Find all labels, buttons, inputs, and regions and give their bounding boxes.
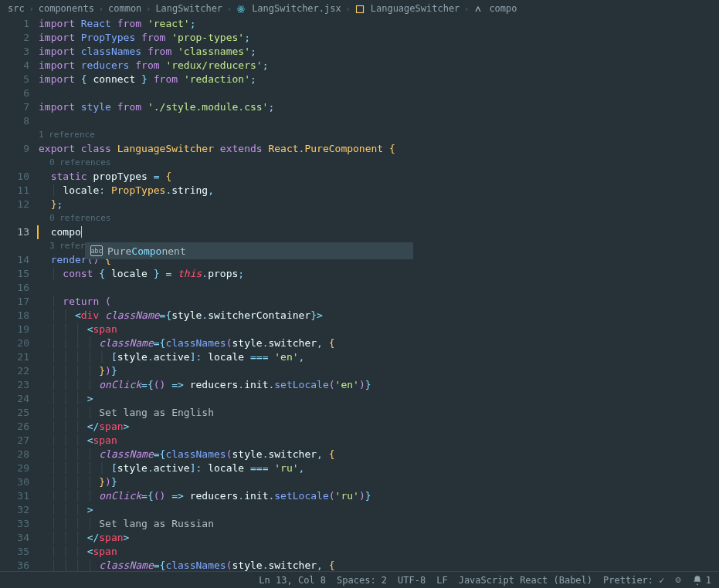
code-line[interactable]: import classNames from 'classnames'; (39, 45, 719, 59)
suggestion-item[interactable]: abc PureComponent (86, 243, 412, 259)
line-number: 1 (0, 17, 29, 31)
chevron-right-icon: › (146, 5, 151, 13)
code-line[interactable]: │ const { locale } = this.props; (39, 267, 719, 281)
breadcrumb-item[interactable]: components (39, 3, 94, 14)
code-line[interactable]: │ │ │ <span (39, 323, 719, 336)
code-line[interactable]: compo (39, 225, 719, 239)
bell-icon (692, 575, 703, 586)
line-number: 18 (0, 309, 29, 323)
code-line[interactable]: }; (39, 198, 719, 211)
code-line[interactable]: │ │ │ │ className={classNames(style.swit… (39, 448, 719, 461)
chevron-right-icon: › (464, 5, 469, 13)
editor-area[interactable]: 1234567891011121314151617181920212223242… (0, 17, 719, 571)
line-number: 12 (0, 198, 29, 211)
suggestion-match: Compo (131, 245, 161, 257)
code-line[interactable]: │ │ │ │ onClick={() => reducers.init.set… (39, 378, 719, 392)
line-number: 17 (0, 295, 29, 309)
code-line[interactable]: export class LanguageSwitcher extends Re… (39, 142, 719, 156)
eol[interactable]: LF (436, 575, 447, 586)
cursor-position[interactable]: Ln 13, Col 8 (259, 575, 326, 586)
line-number: 7 (0, 100, 29, 114)
line-number: 21 (0, 350, 29, 364)
line-number: 28 (0, 448, 29, 461)
line-number: 20 (0, 336, 29, 350)
code-line[interactable]: │ │ │ │ │ [style.active]: locale === 'en… (39, 350, 719, 364)
code-line[interactable]: │ │ │ │ })} (39, 364, 719, 378)
line-number: 32 (0, 503, 29, 517)
method-icon (473, 3, 483, 14)
code-line[interactable] (39, 114, 719, 128)
code-line[interactable]: │ │ │ │ Set lang as Russian (39, 517, 719, 531)
react-file-icon (236, 3, 246, 14)
breadcrumb-item[interactable]: src (8, 3, 25, 14)
line-number: 5 (0, 73, 29, 86)
code-line[interactable]: │ │ │ │ className={classNames(style.swit… (39, 336, 719, 350)
breadcrumb-item[interactable]: LanguageSwitcher (371, 3, 460, 14)
code-line[interactable]: import { connect } from 'redaction'; (39, 73, 719, 86)
notification-count: 1 (706, 575, 711, 586)
line-number: 3 (0, 45, 29, 59)
code-line[interactable]: │ │ <div className={style.switcherContai… (39, 309, 719, 323)
code-content[interactable]: abc PureComponent import React from 'rea… (39, 17, 719, 571)
suggestion-kind-icon: abc (90, 245, 103, 256)
line-number: 15 (0, 267, 29, 281)
line-number: 8 (0, 114, 29, 128)
line-number: 22 (0, 364, 29, 378)
line-number: 35 (0, 545, 29, 559)
line-number: 10 (0, 170, 29, 184)
chevron-right-icon: › (346, 5, 351, 13)
line-number: 4 (0, 59, 29, 73)
line-number: 31 (0, 489, 29, 503)
chevron-right-icon: › (227, 5, 232, 13)
code-line[interactable]: import reducers from 'redux/reducers'; (39, 59, 719, 73)
codelens-hint[interactable]: 0 references (39, 156, 719, 170)
codelens-hint[interactable]: 1 reference (39, 128, 719, 142)
code-line[interactable]: │ │ │ <span (39, 545, 719, 559)
code-line[interactable]: import style from './style.module.css'; (39, 100, 719, 114)
svg-point-0 (240, 8, 242, 10)
line-number: 16 (0, 281, 29, 295)
chevron-right-icon: › (99, 5, 103, 13)
line-number: 34 (0, 531, 29, 545)
code-line[interactable] (39, 86, 719, 100)
language-mode[interactable]: JavaScript React (Babel) (459, 575, 592, 586)
class-icon (355, 3, 365, 14)
breadcrumb-item[interactable]: LangSwitcher.jsx (252, 3, 341, 14)
code-line[interactable]: │ return ( (39, 295, 719, 309)
line-number: 30 (0, 475, 29, 489)
line-number: 24 (0, 392, 29, 406)
code-line[interactable]: │ │ │ > (39, 392, 719, 406)
code-line[interactable]: │ │ │ </span> (39, 420, 719, 434)
code-line[interactable]: import PropTypes from 'prop-types'; (39, 31, 719, 45)
code-line[interactable]: │ │ │ │ │ [style.active]: locale === 'ru… (39, 461, 719, 475)
code-line[interactable]: │ │ │ │ })} (39, 475, 719, 489)
intellisense-popup[interactable]: abc PureComponent (85, 242, 413, 259)
code-line[interactable]: │ locale: PropTypes.string, (39, 184, 719, 198)
code-line[interactable]: │ │ │ │ onClick={() => reducers.init.set… (39, 489, 719, 503)
code-line[interactable]: │ │ │ │ className={classNames(style.swit… (39, 559, 719, 571)
code-line[interactable]: │ │ │ <span (39, 434, 719, 448)
code-line[interactable]: static propTypes = { (39, 170, 719, 184)
code-line[interactable] (39, 281, 719, 295)
code-line[interactable]: import React from 'react'; (39, 17, 719, 31)
breadcrumb-item[interactable]: common (108, 3, 141, 14)
code-line[interactable]: │ │ │ > (39, 503, 719, 517)
line-number: 27 (0, 434, 29, 448)
prettier-status[interactable]: Prettier: ✓ (603, 575, 664, 586)
encoding[interactable]: UTF-8 (398, 575, 426, 586)
indent-setting[interactable]: Spaces: 2 (337, 575, 387, 586)
code-line[interactable]: │ │ │ </span> (39, 531, 719, 545)
notifications[interactable]: 1 (692, 575, 711, 586)
breadcrumb-item[interactable]: LangSwitcher (155, 3, 222, 14)
line-number: 14 (0, 253, 29, 267)
line-number: 29 (0, 461, 29, 475)
breadcrumb: src › components › common › LangSwitcher… (0, 0, 719, 17)
line-number: 26 (0, 420, 29, 434)
code-line[interactable]: │ │ │ │ Set lang as English (39, 406, 719, 420)
line-number-gutter: 1234567891011121314151617181920212223242… (0, 17, 39, 571)
suggestion-prefix: Pure (107, 245, 131, 257)
codelens-hint[interactable]: 0 references (39, 211, 719, 225)
feedback-icon[interactable]: ☺ (676, 575, 681, 586)
line-number: 33 (0, 517, 29, 531)
breadcrumb-item[interactable]: compo (489, 3, 517, 14)
